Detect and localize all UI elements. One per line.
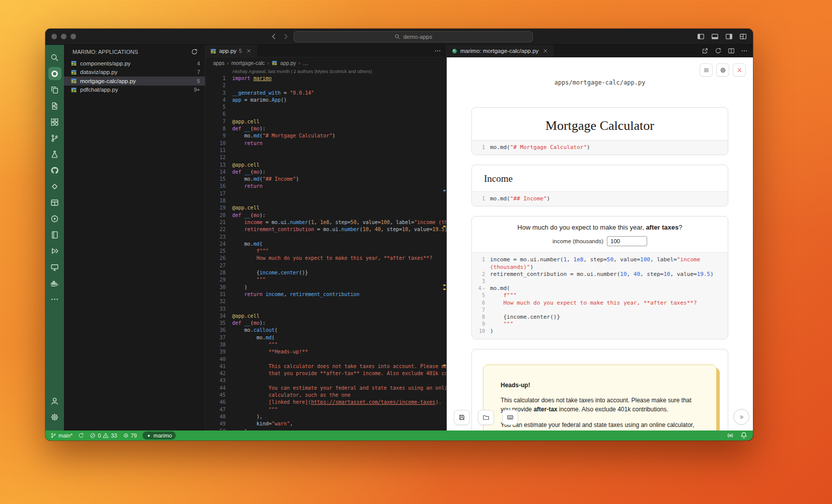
gitlens-authors-codelens[interactable]: Akshay Agrawal, last month | 2 authors (… <box>205 68 446 75</box>
code-line: 33 <box>205 306 446 313</box>
command-center-search[interactable]: demo-apps <box>294 31 533 42</box>
activity-item-marimo-view[interactable] <box>48 67 61 80</box>
code-line: 39 **Heads-up!** <box>205 348 446 355</box>
marimo-status-badge[interactable]: marimo <box>143 431 176 440</box>
tab-app-py[interactable]: app.py 5 <box>205 45 257 57</box>
breadcrumb-separator: › <box>227 60 229 66</box>
refresh-icon[interactable] <box>191 48 198 55</box>
history-back-icon[interactable] <box>270 33 278 40</box>
file-item[interactable]: dataviz/app.py7 <box>64 68 205 77</box>
activity-item-diamond[interactable] <box>48 180 61 193</box>
open-in-browser-icon[interactable] <box>702 47 709 54</box>
beaker-icon <box>50 150 59 159</box>
breadcrumb-item[interactable]: app.py <box>280 60 296 66</box>
app-shutdown-button[interactable] <box>733 63 746 77</box>
toggle-primary-sidebar-icon[interactable] <box>697 33 705 40</box>
record-icon <box>123 433 129 439</box>
activity-item-window-layout[interactable] <box>48 196 61 209</box>
cell-code[interactable]: 1income = mo.ui.number(1, 1e8, step=50, … <box>472 252 728 338</box>
code-line: 17 <box>205 190 446 197</box>
code-line: 48 ), <box>205 413 446 420</box>
activity-item-more[interactable] <box>48 293 61 306</box>
file-name: pdfchat/app.py <box>80 87 118 93</box>
split-editor-icon[interactable] <box>728 47 735 54</box>
activity-item-search[interactable] <box>48 51 61 64</box>
problem-count-badge: 5 <box>197 78 200 84</box>
fold-chevron-icon[interactable]: › <box>480 287 487 290</box>
directory-button[interactable] <box>478 410 494 425</box>
activity-item-play-circle[interactable] <box>48 212 61 225</box>
status-bar-right <box>726 431 748 440</box>
container-icon <box>50 279 59 287</box>
sync-changes-icon[interactable] <box>78 433 84 439</box>
remote-indicator-icon[interactable] <box>726 431 734 440</box>
minimize-button[interactable] <box>61 34 66 39</box>
toggle-secondary-sidebar-icon[interactable] <box>725 33 733 40</box>
file-item[interactable]: mortgage-calc/app.py5 <box>64 77 205 86</box>
activity-item-container[interactable] <box>48 276 61 290</box>
code-line: 21 income = mo.ui.number(1, 1e8, step=50… <box>205 219 446 226</box>
notifications-bell-icon[interactable] <box>740 431 748 440</box>
breadcrumb-item[interactable]: … <box>303 60 308 66</box>
app-settings-button[interactable] <box>716 63 729 77</box>
file-item[interactable]: components/app.py4 <box>64 59 205 68</box>
code-line: 46 [linked here](https://smartasset.com/… <box>205 399 446 406</box>
keyboard-shortcuts-button[interactable] <box>502 410 518 425</box>
code-line: 9 """ <box>477 321 723 328</box>
more-actions-icon[interactable] <box>741 47 748 54</box>
code-line: 2retirement_contribution = mo.ui.number(… <box>477 271 723 278</box>
app-filename: apps/mortgage-calc/app.py <box>447 79 753 86</box>
notebook-cells: Mortgage Calculator 1mo.md("# Mortgage C… <box>471 107 728 430</box>
zoom-button[interactable] <box>71 34 76 39</box>
cell-code[interactable]: 1mo.md("## Income") <box>472 191 728 206</box>
activity-item-devices[interactable] <box>48 260 61 273</box>
reload-preview-icon[interactable] <box>715 47 722 54</box>
copy-files-icon <box>50 86 59 94</box>
code-line: 8def __(mo): <box>205 125 446 132</box>
status-count[interactable]: 79 <box>123 433 137 439</box>
activity-item-notebook[interactable] <box>48 228 61 241</box>
activity-item-github[interactable] <box>48 164 61 177</box>
cell-title: Mortgage Calculator 1mo.md("# Mortgage C… <box>471 107 728 155</box>
code-line: 3__generated_with = "0.0.14" <box>205 90 446 97</box>
close-tab-icon[interactable] <box>542 48 548 54</box>
run-cell-button[interactable] <box>733 409 749 425</box>
file-item[interactable]: pdfchat/app.py9+ <box>64 86 205 95</box>
toggle-panel-icon[interactable] <box>711 33 719 40</box>
history-forward-icon[interactable] <box>282 33 290 40</box>
close-button[interactable] <box>51 34 57 39</box>
breadcrumb-item[interactable]: mortgage-calc <box>231 60 265 66</box>
code-line: 5 f""" <box>477 292 723 299</box>
code-line: 27 <box>205 262 446 269</box>
desktop-wallpaper: demo-apps MARIMO: APPLICATIONS component… <box>0 0 832 504</box>
activity-item-settings-gear[interactable] <box>48 410 61 423</box>
activity-item-shapes[interactable] <box>48 115 61 128</box>
app-menu-button[interactable] <box>700 63 713 77</box>
editor-group-right: marimo: mortgage-calc/app.py <box>447 45 753 430</box>
code-editor[interactable]: Akshay Agrawal, last month | 2 authors (… <box>205 68 446 430</box>
activity-item-file-search[interactable] <box>48 99 61 112</box>
activity-item-account[interactable] <box>48 394 61 407</box>
problems-status[interactable]: 0 33 <box>90 433 117 439</box>
code-line: 6 How much do you expect to make this ye… <box>477 300 723 307</box>
play-circle-icon <box>50 214 59 223</box>
activity-item-copy-files[interactable] <box>48 83 61 96</box>
question-text: How much do you expect to make this year… <box>480 224 720 231</box>
shapes-icon <box>50 118 59 126</box>
activity-item-git-branch[interactable] <box>48 131 61 145</box>
devices-icon <box>50 263 59 271</box>
activity-item-run-all[interactable] <box>48 244 61 257</box>
close-tab-icon[interactable] <box>246 48 252 54</box>
activity-item-beaker[interactable] <box>48 148 61 161</box>
more-actions-icon[interactable] <box>434 47 441 54</box>
overview-ruler <box>443 68 446 430</box>
vscode-window: demo-apps MARIMO: APPLICATIONS component… <box>45 29 753 441</box>
tab-marimo-preview[interactable]: marimo: mortgage-calc/app.py <box>447 45 553 57</box>
save-button[interactable] <box>454 410 470 425</box>
breadcrumb-item[interactable]: apps <box>213 60 225 66</box>
code-line: 43 <box>205 377 446 384</box>
customize-layout-icon[interactable] <box>739 33 747 40</box>
cell-code[interactable]: 1mo.md("# Mortgage Calculator") <box>472 140 728 155</box>
git-branch-status[interactable]: main* <box>50 433 73 439</box>
income-number-input[interactable] <box>607 236 647 246</box>
